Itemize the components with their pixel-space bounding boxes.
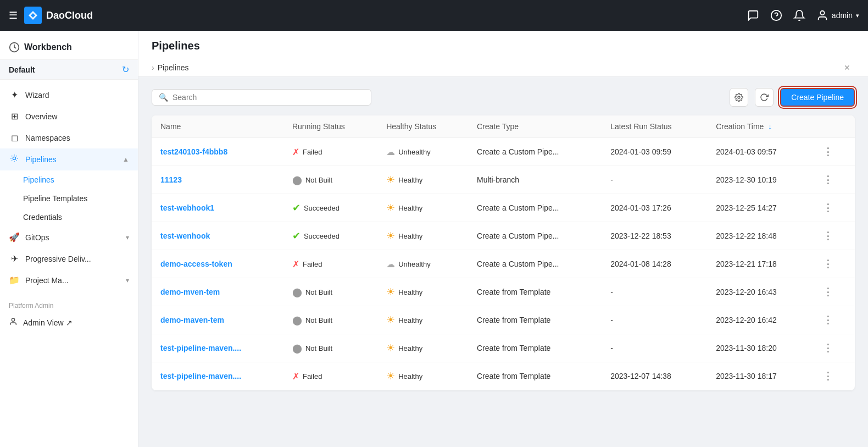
sunny-icon: ☀	[386, 370, 395, 382]
admin-view-label: Admin View ↗	[23, 318, 73, 327]
row-actions[interactable]: ⋮	[812, 222, 855, 250]
pipeline-name[interactable]: test-pipeline-maven....	[152, 362, 283, 390]
notbuilt-icon: ⬤	[292, 343, 302, 354]
workbench-icon	[9, 42, 20, 53]
more-options-button[interactable]: ⋮	[821, 230, 835, 241]
sidebar-sub-item-pipelines[interactable]: Pipelines	[0, 170, 138, 189]
workbench-label: Workbench	[24, 42, 72, 52]
col-creation-time[interactable]: Creation Time ↓	[707, 115, 812, 138]
bell-icon[interactable]	[793, 9, 805, 21]
settings-button[interactable]	[730, 88, 748, 107]
create-type: Create a Custom Pipe...	[468, 194, 602, 222]
creation-time: 2023-12-30 10:19	[707, 166, 812, 194]
wizard-icon: ✦	[9, 90, 20, 100]
running-status: ✔ Succeeded	[283, 222, 377, 250]
progressive-icon: ✈	[9, 253, 20, 264]
healthy-status: ☀ Healthy	[377, 334, 468, 362]
pipeline-name[interactable]: test-pipeline-maven....	[152, 334, 283, 362]
sidebar-item-progressive[interactable]: ✈ Progressive Deliv...	[0, 248, 138, 269]
creation-time: 2023-11-30 18:17	[707, 362, 812, 390]
more-options-button[interactable]: ⋮	[821, 371, 835, 382]
project-arrow-icon: ▾	[126, 277, 129, 284]
creation-time: 2024-01-03 09:57	[707, 138, 812, 166]
creation-time: 2023-12-22 18:48	[707, 222, 812, 250]
create-type: Create from Template	[468, 278, 602, 306]
refresh-namespace-icon[interactable]: ↻	[122, 64, 129, 75]
sidebar-item-project-ma[interactable]: 📁 Project Ma... ▾	[0, 269, 138, 291]
pipeline-name[interactable]: test-webhook1	[152, 194, 283, 222]
navbar-icons: admin ▾	[747, 9, 859, 21]
row-actions[interactable]: ⋮	[812, 278, 855, 306]
more-options-button[interactable]: ⋮	[821, 202, 835, 213]
platform-admin-label: Platform Admin	[0, 295, 138, 312]
healthy-status: ☁ Unhealthy	[377, 138, 468, 166]
admin-view-item[interactable]: Admin View ↗	[0, 312, 138, 333]
row-actions[interactable]: ⋮	[812, 250, 855, 278]
running-status: ✗ Failed	[283, 250, 377, 278]
healthy-status: ☀ Healthy	[377, 362, 468, 390]
table-row: test-webhook1 ✔ Succeeded ☀ Healthy Crea…	[152, 194, 855, 222]
row-actions[interactable]: ⋮	[812, 334, 855, 362]
pipelines-table: Name Running Status Healthy Status Creat…	[152, 115, 855, 390]
sidebar-item-wizard[interactable]: ✦ Wizard	[0, 84, 138, 106]
namespace-row: Default ↻	[0, 60, 138, 80]
row-actions[interactable]: ⋮	[812, 362, 855, 390]
notbuilt-icon: ⬤	[292, 175, 302, 185]
create-type: Create a Custom Pipe...	[468, 250, 602, 278]
table-row: test240103-f4bbb8 ✗ Failed ☁ Unhealthy C…	[152, 138, 855, 166]
pipeline-name[interactable]: test240103-f4bbb8	[152, 138, 283, 166]
success-icon: ✔	[292, 202, 301, 214]
sidebar-item-gitops[interactable]: 🚀 GitOps ▾	[0, 227, 138, 248]
sidebar-sub-item-pipeline-templates[interactable]: Pipeline Templates	[0, 189, 138, 208]
more-options-button[interactable]: ⋮	[821, 343, 835, 354]
svg-point-3	[820, 11, 824, 15]
col-latest-run-status: Latest Run Status	[602, 115, 707, 138]
sidebar-item-overview[interactable]: ⊞ Overview	[0, 106, 138, 127]
chat-icon[interactable]	[747, 9, 759, 21]
creation-time: 2023-11-30 18:20	[707, 334, 812, 362]
user-menu[interactable]: admin ▾	[816, 9, 859, 21]
success-icon: ✔	[292, 230, 301, 242]
refresh-button[interactable]	[755, 88, 774, 107]
pipelines-icon	[9, 154, 20, 165]
row-actions[interactable]: ⋮	[812, 194, 855, 222]
create-pipeline-button[interactable]: Create Pipeline	[780, 88, 855, 107]
namespace-label: Default	[9, 65, 35, 74]
row-actions[interactable]: ⋮	[812, 138, 855, 166]
table-row: test-pipeline-maven.... ✗ Failed ☀ Healt…	[152, 362, 855, 390]
running-status: ⬤ Not Built	[283, 166, 377, 194]
pipeline-name[interactable]: demo-access-token	[152, 250, 283, 278]
failed-icon: ✗	[292, 259, 299, 269]
more-options-button[interactable]: ⋮	[821, 146, 835, 157]
sidebar-item-pipelines[interactable]: Pipelines ▲	[0, 148, 138, 170]
pipeline-name[interactable]: demo-mven-tem	[152, 278, 283, 306]
search-box: 🔍	[152, 89, 371, 106]
sunny-icon: ☀	[386, 286, 395, 298]
menu-icon[interactable]: ☰	[9, 9, 18, 21]
pipeline-name[interactable]: 11123	[152, 166, 283, 194]
sunny-icon: ☀	[386, 230, 395, 242]
running-status: ⬤ Not Built	[283, 278, 377, 306]
page-title: Pipelines	[152, 40, 855, 52]
more-options-button[interactable]: ⋮	[821, 174, 835, 185]
sidebar: Workbench Default ↻ ✦ Wizard ⊞ Overview …	[0, 31, 138, 447]
pipeline-name[interactable]: test-wenhook	[152, 222, 283, 250]
more-options-button[interactable]: ⋮	[821, 314, 835, 325]
table-row: 11123 ⬤ Not Built ☀ Healthy Multi-branch…	[152, 166, 855, 194]
col-actions	[812, 115, 855, 138]
table-row: test-wenhook ✔ Succeeded ☀ Healthy Creat…	[152, 222, 855, 250]
sidebar-nav: ✦ Wizard ⊞ Overview ◻ Namespaces Pipelin…	[0, 80, 138, 295]
cloud-icon: ☁	[386, 259, 395, 269]
sidebar-item-namespaces[interactable]: ◻ Namespaces	[0, 127, 138, 148]
more-options-button[interactable]: ⋮	[821, 286, 835, 297]
search-input[interactable]	[173, 93, 364, 102]
help-icon[interactable]	[770, 9, 782, 21]
more-options-button[interactable]: ⋮	[821, 258, 835, 269]
pipeline-name[interactable]: demo-maven-tem	[152, 306, 283, 334]
row-actions[interactable]: ⋮	[812, 306, 855, 334]
healthy-status: ☁ Unhealthy	[377, 250, 468, 278]
breadcrumb-close-icon[interactable]: ✕	[844, 63, 850, 72]
sidebar-sub-item-credentials[interactable]: Credentials	[0, 208, 138, 227]
row-actions[interactable]: ⋮	[812, 166, 855, 194]
create-type: Create from Template	[468, 306, 602, 334]
